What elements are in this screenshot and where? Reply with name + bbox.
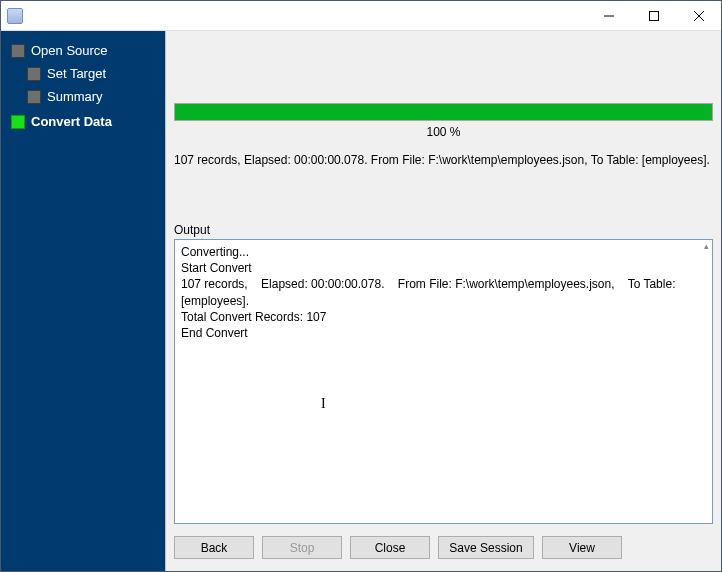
- progress-bar: [174, 103, 713, 121]
- back-button[interactable]: Back: [174, 536, 254, 559]
- progress-percent-label: 100 %: [174, 125, 713, 139]
- app-window: Open Source Set Target Summa: [0, 0, 722, 572]
- close-window-button[interactable]: [676, 1, 721, 30]
- sidebar-item-convert-data[interactable]: Convert Data: [1, 112, 165, 131]
- sidebar-item-open-source[interactable]: Open Source: [1, 41, 165, 60]
- maximize-button[interactable]: [631, 1, 676, 30]
- save-session-button[interactable]: Save Session: [438, 536, 534, 559]
- output-label: Output: [174, 223, 713, 237]
- step-box-icon: [27, 67, 41, 81]
- step-box-icon: [27, 90, 41, 104]
- output-textarea[interactable]: Converting... Start Convert 107 records,…: [174, 239, 713, 524]
- sidebar-item-summary[interactable]: Summary: [1, 87, 165, 106]
- output-text: Converting... Start Convert 107 records,…: [181, 245, 679, 340]
- minimize-button[interactable]: [586, 1, 631, 30]
- button-row: Back Stop Close Save Session View: [165, 524, 721, 571]
- status-line: 107 records, Elapsed: 00:00:00.078. From…: [174, 153, 713, 167]
- main-panel: 100 % 107 records, Elapsed: 00:00:00.078…: [165, 31, 721, 571]
- stop-button[interactable]: Stop: [262, 536, 342, 559]
- sidebar-item-label: Convert Data: [31, 114, 112, 129]
- titlebar: [1, 1, 721, 31]
- step-box-icon: [11, 115, 25, 129]
- sidebar-item-set-target[interactable]: Set Target: [1, 64, 165, 83]
- sidebar-item-label: Summary: [47, 89, 103, 104]
- sidebar-item-label: Open Source: [31, 43, 108, 58]
- scroll-up-icon: ▴: [702, 242, 710, 250]
- step-box-icon: [11, 44, 25, 58]
- progress-fill: [175, 104, 712, 120]
- wizard-sidebar: Open Source Set Target Summa: [1, 31, 165, 571]
- app-icon: [7, 8, 23, 24]
- sidebar-item-label: Set Target: [47, 66, 106, 81]
- view-button[interactable]: View: [542, 536, 622, 559]
- svg-rect-1: [649, 11, 658, 20]
- close-button[interactable]: Close: [350, 536, 430, 559]
